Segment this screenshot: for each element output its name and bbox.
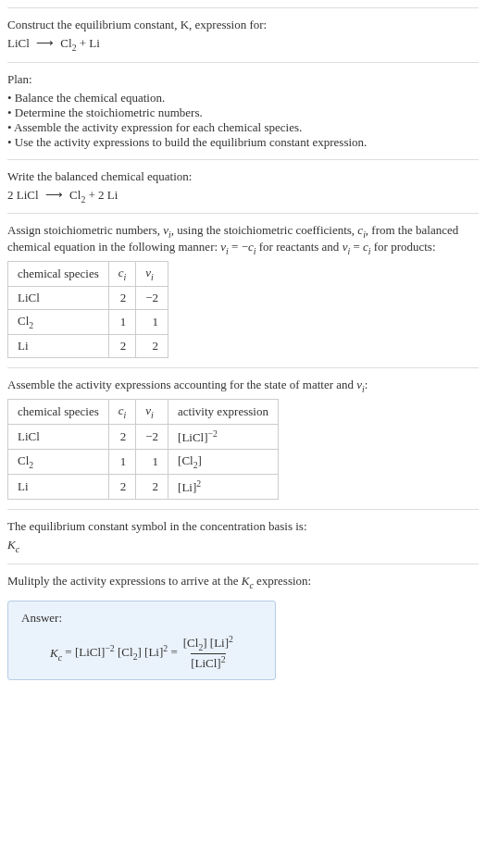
table-row: Cl2 1 1 [Cl2] <box>8 450 279 475</box>
activity-table: chemical species ci νi activity expressi… <box>7 399 279 500</box>
cell-species: Cl2 <box>8 450 109 475</box>
plan-list: Balance the chemical equation. Determine… <box>7 91 479 150</box>
kc-fraction: [Cl2] [Li]2 [LiCl]2 <box>183 635 233 670</box>
table-row: Cl2 1 1 <box>8 309 168 334</box>
col-ci: ci <box>108 262 136 287</box>
plan-section: Plan: Balance the chemical equation. Det… <box>7 62 479 159</box>
activity-intro: Assemble the activity expressions accoun… <box>7 378 479 394</box>
balanced-section: Write the balanced chemical equation: 2 … <box>7 159 479 214</box>
col-vi: νi <box>136 400 168 425</box>
cell-activity: [LiCl]−2 <box>168 424 279 449</box>
kc-lhs: Kc = [LiCl]−2 [Cl2] [Li]2 = <box>50 643 178 662</box>
cell-species: LiCl <box>8 424 109 449</box>
cell-vi: 2 <box>136 474 168 499</box>
cell-activity: [Li]2 <box>168 474 279 499</box>
activity-section: Assemble the activity expressions accoun… <box>7 367 479 509</box>
stoich-table: chemical species ci νi LiCl 2 −2 Cl2 1 1… <box>7 261 168 357</box>
table-row: Li 2 2 [Li]2 <box>8 474 279 499</box>
frac-denominator: [LiCl]2 <box>191 653 225 671</box>
prompt-text: Construct the equilibrium constant, K, e… <box>7 18 267 31</box>
symbol-intro: The equilibrium constant symbol in the c… <box>7 519 479 534</box>
table-header-row: chemical species ci νi activity expressi… <box>8 400 279 425</box>
cell-vi: 2 <box>136 334 168 357</box>
plan-item: Balance the chemical equation. <box>7 91 479 105</box>
plan-item: Use the activity expressions to build th… <box>7 135 479 150</box>
prompt-section: Construct the equilibrium constant, K, e… <box>7 7 479 62</box>
cell-vi: −2 <box>136 424 168 449</box>
kc-expression: Kc = [LiCl]−2 [Cl2] [Li]2 = [Cl2] [Li]2 … <box>21 635 262 670</box>
multiply-intro: Mulitply the activity expressions to arr… <box>7 574 479 590</box>
cell-species: Cl2 <box>8 309 109 334</box>
stoich-section: Assign stoichiometric numbers, νi, using… <box>7 213 479 366</box>
col-ci: ci <box>108 400 136 425</box>
frac-numerator: [Cl2] [Li]2 <box>183 635 233 653</box>
col-vi: νi <box>136 262 168 287</box>
table-row: LiCl 2 −2 <box>8 286 168 309</box>
cell-species: Li <box>8 474 109 499</box>
table-header-row: chemical species ci νi <box>8 262 168 287</box>
answer-box: Answer: Kc = [LiCl]−2 [Cl2] [Li]2 = [Cl2… <box>7 601 276 680</box>
cell-vi: 1 <box>136 309 168 334</box>
table-row: LiCl 2 −2 [LiCl]−2 <box>8 424 279 449</box>
cell-species: Li <box>8 334 109 357</box>
balanced-equation: 2 LiCl ⟶ Cl2 + 2 Li <box>7 188 479 205</box>
col-activity: activity expression <box>168 400 279 425</box>
plan-item: Determine the stoichiometric numbers. <box>7 105 479 120</box>
cell-vi: −2 <box>136 286 168 309</box>
prompt-line: Construct the equilibrium constant, K, e… <box>7 18 479 32</box>
kc-symbol: Kc <box>7 538 479 554</box>
plan-title: Plan: <box>7 72 479 87</box>
cell-activity: [Cl2] <box>168 450 279 475</box>
answer-label: Answer: <box>21 611 262 626</box>
symbol-section: The equilibrium constant symbol in the c… <box>7 509 479 564</box>
cell-species: LiCl <box>8 286 109 309</box>
unbalanced-equation: LiCl ⟶ Cl2 + Li <box>7 36 479 53</box>
cell-ci: 2 <box>108 474 136 499</box>
cell-ci: 2 <box>108 286 136 309</box>
cell-ci: 1 <box>108 450 136 475</box>
table-row: Li 2 2 <box>8 334 168 357</box>
stoich-intro: Assign stoichiometric numbers, νi, using… <box>7 223 479 255</box>
balanced-title: Write the balanced chemical equation: <box>7 169 479 184</box>
cell-ci: 2 <box>108 334 136 357</box>
cell-ci: 1 <box>108 309 136 334</box>
multiply-section: Mulitply the activity expressions to arr… <box>7 564 479 690</box>
plan-item: Assemble the activity expression for eac… <box>7 120 479 135</box>
col-species: chemical species <box>8 262 109 287</box>
col-species: chemical species <box>8 400 109 425</box>
cell-ci: 2 <box>108 424 136 449</box>
cell-vi: 1 <box>136 450 168 475</box>
